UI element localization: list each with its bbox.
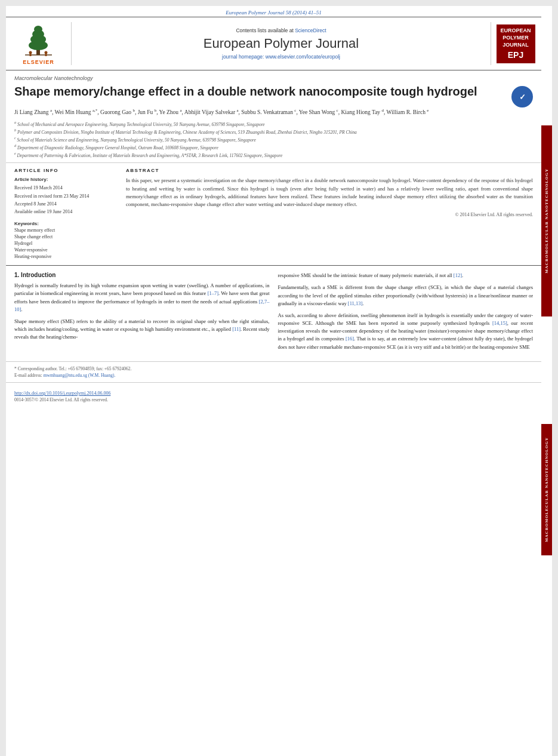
svg-point-5 [34, 26, 42, 33]
footnote-section: * Corresponding author. Tel.: +65 679048… [6, 361, 541, 379]
epj-logo: EUROPEANPOLYMERJOURNAL EPJ [497, 24, 535, 63]
side-tab-bottom: MACROMOLECULAR NANOTECHNOLOGY [541, 424, 552, 555]
svg-point-8 [45, 51, 48, 54]
accepted-date: Accepted 8 June 2014 [14, 201, 119, 207]
journal-title: European Polymer Journal [204, 36, 359, 51]
body-left-col: 1. Introduction Hydrogel is normally fea… [14, 272, 270, 355]
authors-line: Ji Liang Zhang a, Wei Min Huang a,*, Guo… [14, 107, 533, 116]
body-para-r2: Fundamentally, such a SME is different f… [278, 284, 534, 308]
article-section: Macromolecular Nanotechnology Shape memo… [6, 70, 541, 159]
history-label: Article history: [14, 177, 119, 182]
affiliation-b: b Polymer and Composites Division, Ningb… [14, 128, 533, 136]
keywords-section: Keywords: Shape memory effect Shape chan… [14, 221, 119, 259]
section1-heading: 1. Introduction [14, 272, 270, 278]
keyword-5: Heating-responsive [14, 254, 119, 259]
elsevier-tree-image [16, 22, 61, 58]
contents-line: Contents lists available at ScienceDirec… [236, 27, 326, 33]
side-tab-top: MACROMOLECULAR NANOTECHNOLOGY [541, 125, 552, 316]
online-date: Available online 19 June 2014 [14, 208, 119, 215]
corresponding-author-note: * Corresponding author. Tel.: +65 679048… [14, 365, 533, 372]
affiliation-e: e Department of Patterning & Fabrication… [14, 151, 533, 159]
svg-rect-9 [45, 54, 47, 56]
main-content: European Polymer Journal 58 (2014) 41–51 [6, 6, 541, 756]
macro-label: Macromolecular Nanotechnology [14, 75, 533, 81]
page-container: European Polymer Journal 58 (2014) 41–51 [6, 6, 552, 756]
keyword-2: Shape change effect [14, 234, 119, 239]
side-tab-top-text: MACROMOLECULAR NANOTECHNOLOGY [544, 168, 549, 273]
doi-link[interactable]: http://dx.doi.org/10.1016/j.eurpolymj.20… [14, 386, 533, 397]
affiliation-d: d Department of Diagnostic Radiology, Si… [14, 143, 533, 151]
issn-line: 0014-3057/© 2014 Elsevier Ltd. All right… [14, 397, 533, 402]
body-para-2: Shape memory effect (SME) refers to the … [14, 318, 270, 342]
journal-homepage: journal homepage: www.elsevier.com/locat… [222, 54, 340, 60]
body-right-col: responsive SME should be the intrinsic f… [278, 272, 534, 355]
keyword-1: Shape memory effect [14, 228, 119, 233]
info-abstract-section: ARTICLE INFO Article history: Received 1… [6, 162, 541, 260]
abstract-col: ABSTRACT In this paper, we present a sys… [126, 168, 533, 260]
keywords-label: Keywords: [14, 221, 119, 226]
doi-section: http://dx.doi.org/10.1016/j.eurpolymj.20… [6, 382, 541, 402]
body-para-1: Hydrogel is normally featured by its hig… [14, 282, 270, 314]
article-title: Shape memory/change effect in a double n… [14, 84, 508, 99]
abstract-title: ABSTRACT [126, 168, 533, 173]
svg-point-6 [29, 51, 32, 54]
journal-title-center: Contents lists available at ScienceDirec… [78, 22, 485, 65]
email-link[interactable]: mwmhuang@ntu.edu.sg (W.M. Huang). [44, 373, 116, 378]
body-para-r1: responsive SME should be the intrinsic f… [278, 272, 534, 279]
crossmark-badge: ✓ [511, 86, 533, 107]
received-date: Received 19 March 2014 [14, 185, 119, 191]
article-info-col: ARTICLE INFO Article history: Received 1… [14, 168, 119, 260]
abstract-text: In this paper, we present a systematic i… [126, 177, 533, 208]
body-para-r3: As such, according to above definition, … [278, 312, 534, 351]
keyword-3: Hydrogel [14, 241, 119, 246]
svg-text:✓: ✓ [519, 93, 526, 102]
affiliation-c: c School of Materials Science and Engine… [14, 136, 533, 143]
elsevier-wordmark: ELSEVIER [23, 59, 54, 65]
body-section: 1. Introduction Hydrogel is normally fea… [6, 265, 541, 355]
affiliation-a: a School of Mechanical and Aerospace Eng… [14, 120, 533, 128]
epj-logo-container: EUROPEANPOLYMERJOURNAL EPJ [491, 22, 535, 65]
sciencedirect-link[interactable]: ScienceDirect [295, 27, 326, 33]
body-two-col: 1. Introduction Hydrogel is normally fea… [14, 272, 533, 355]
email-footnote: E-mail address: mwmhuang@ntu.edu.sg (W.M… [14, 372, 533, 379]
affiliations: a School of Mechanical and Aerospace Eng… [14, 120, 533, 159]
svg-rect-7 [30, 54, 32, 56]
journal-header-band: ELSEVIER Contents lists available at Sci… [6, 17, 541, 70]
keyword-4: Water-responsive [14, 247, 119, 253]
revised-date: Received in revised form 23 May 2014 [14, 193, 119, 199]
elsevier-logo-container: ELSEVIER [12, 22, 72, 65]
copyright-line: © 2014 Elsevier Ltd. All rights reserved… [126, 212, 533, 217]
article-info-title: ARTICLE INFO [14, 168, 119, 173]
side-tab-bottom-text: MACROMOLECULAR NANOTECHNOLOGY [544, 437, 549, 542]
journal-ref: European Polymer Journal 58 (2014) 41–51 [6, 6, 541, 17]
